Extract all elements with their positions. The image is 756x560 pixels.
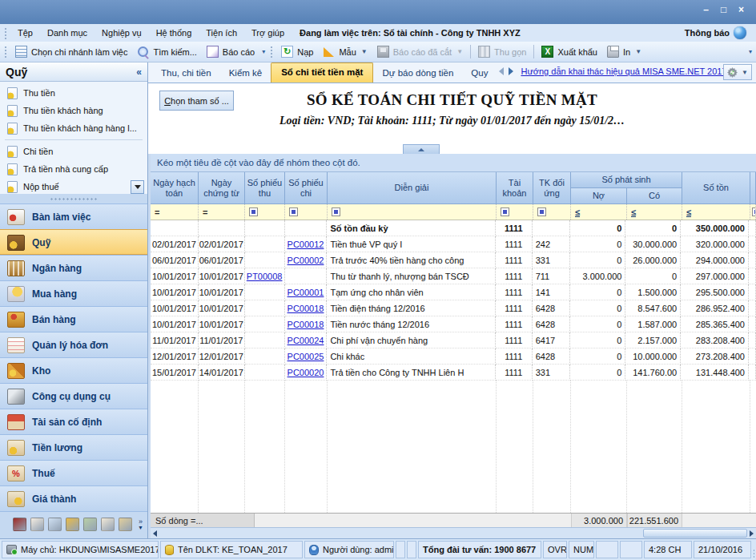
- table-row[interactable]: 12/01/201712/01/2017PC00025Chi khác11116…: [151, 348, 756, 365]
- filter-so_phieu_thu[interactable]: [245, 204, 285, 220]
- maximize-button[interactable]: □: [717, 5, 730, 17]
- tab-kiem-ke[interactable]: Kiểm kê: [220, 64, 271, 83]
- xuat-khau-button[interactable]: XXuất khẩu: [537, 44, 602, 59]
- collapse-header-tab[interactable]: [403, 144, 440, 154]
- column-group-header[interactable]: Số phát sinh: [571, 172, 682, 188]
- mau-button[interactable]: Mẫu▼: [318, 44, 372, 59]
- column-header-clipped[interactable]: [750, 172, 756, 204]
- scroll-right-icon[interactable]: [750, 530, 754, 537]
- plan-icon[interactable]: [119, 518, 132, 531]
- sidebar-item-thue[interactable]: %Thuế: [0, 460, 147, 485]
- shortcut-tra-tien-nha-cung-cap[interactable]: Trả tiền nhà cung cấp: [0, 160, 147, 178]
- shortcut-dropdown-button[interactable]: [131, 180, 144, 194]
- horizontal-scrollbar[interactable]: [151, 527, 756, 538]
- contract-icon[interactable]: [101, 518, 115, 531]
- chon-chi-nhanh-lam-viec-button[interactable]: Chọn chi nhánh làm việc: [10, 44, 132, 59]
- menu-tep[interactable]: Tệp: [10, 26, 40, 40]
- scrollbar-thumb[interactable]: [643, 529, 747, 538]
- sidebar-item-mua-hang[interactable]: Mua hàng: [0, 280, 147, 306]
- filter-dien_giai[interactable]: [328, 204, 497, 220]
- filter-tk_doi_ung[interactable]: [533, 204, 571, 220]
- ledger-icon[interactable]: [13, 518, 26, 531]
- column-header-no[interactable]: Nợ: [571, 188, 627, 204]
- shortcut-thu-tien-khach-hang[interactable]: Thu tiền khách hàng: [0, 102, 147, 119]
- sidebar-item-ban-lam-viec[interactable]: Bàn làm việc: [0, 203, 147, 229]
- toolbar-overflow-icon[interactable]: ▾: [746, 49, 754, 54]
- table-row[interactable]: 10/01/201710/01/2017PC00001Tạm ứng cho n…: [151, 284, 756, 300]
- collapse-panel-icon[interactable]: «: [136, 66, 142, 78]
- sidebar-item-quy[interactable]: Quỹ: [0, 229, 147, 255]
- table-row[interactable]: 10/01/201710/01/2017PC00018Tiền nước thá…: [151, 316, 756, 332]
- voucher-link[interactable]: PC00002: [288, 256, 324, 265]
- filter-co[interactable]: ≤: [627, 204, 682, 220]
- table-row[interactable]: 10/01/201710/01/2017PT00008Thu từ thanh …: [151, 268, 756, 284]
- close-button[interactable]: ×: [734, 5, 748, 17]
- shortcut-nop-thue[interactable]: Nộp thuế: [0, 178, 147, 195]
- voucher-link[interactable]: PC00018: [288, 304, 324, 313]
- voucher-icon[interactable]: [30, 518, 44, 531]
- bao-cao-da-cat-button[interactable]: Báo cáo đã cắt▼: [372, 44, 468, 59]
- tab-quy[interactable]: Quy: [462, 64, 497, 83]
- table-row[interactable]: 06/01/201706/01/2017PC00002Trả trước 40%…: [151, 252, 756, 268]
- table-row[interactable]: 15/01/201714/01/2017PC00020Trả tiền cho …: [151, 365, 756, 381]
- help-link[interactable]: Hướng dẫn khai thác hiệu quả MISA SME.NE…: [521, 66, 723, 76]
- voucher-link[interactable]: PC00024: [288, 336, 324, 345]
- column-header-so_phieu_chi[interactable]: Số phiếu chi: [285, 172, 328, 204]
- filter-tai_khoan[interactable]: [497, 204, 533, 220]
- filter-so_phieu_chi[interactable]: [285, 204, 328, 220]
- thu-gon-button[interactable]: Thu gọn: [473, 44, 531, 59]
- table-row[interactable]: Số tồn đầu kỳ111100350.000.000: [151, 220, 756, 236]
- more-icons-button[interactable]: »▼: [136, 519, 143, 530]
- tab-scroll-right-icon[interactable]: [509, 67, 513, 75]
- register-icon[interactable]: [83, 518, 97, 531]
- voucher-link[interactable]: PC00001: [288, 288, 324, 297]
- filter-ngay_hach_toan[interactable]: =: [151, 204, 199, 220]
- sidebar-item-quan-ly-hoa-don[interactable]: Quản lý hóa đơn: [0, 332, 147, 357]
- column-header-co[interactable]: Có: [627, 188, 682, 204]
- column-header-tai_khoan[interactable]: Tài khoản: [497, 172, 533, 204]
- shortcut-thu-tien-khach-hang-hang-l[interactable]: Thu tiền khách hàng hàng l...: [0, 119, 147, 137]
- voucher-link[interactable]: PC00020: [288, 368, 324, 377]
- column-header-so_phieu_thu[interactable]: Số phiếu thu: [245, 172, 285, 204]
- voucher-link[interactable]: PT00008: [247, 272, 283, 281]
- sidebar-item-ngan-hang[interactable]: Ngân hàng: [0, 255, 147, 280]
- table-row[interactable]: 11/01/201711/01/2017PC00024Chi phí vận c…: [151, 332, 756, 348]
- sidebar-item-cong-cu-dung-cu[interactable]: Công cụ dụng cụ: [0, 383, 147, 409]
- tab-scroll-left-icon[interactable]: [499, 67, 504, 75]
- filter-so_ton[interactable]: ≤: [682, 204, 750, 220]
- column-header-dien_giai[interactable]: Diễn giải: [328, 172, 497, 204]
- group-by-bar[interactable]: Kéo một tiêu đề cột vào đây để nhóm theo…: [151, 154, 756, 172]
- filter-no[interactable]: ≤: [571, 204, 627, 220]
- column-header-ngay_chung_tu[interactable]: Ngày chứng từ: [199, 172, 245, 204]
- menu-tro-giup[interactable]: Trợ giúp: [244, 26, 292, 40]
- shortcut-chi-tien[interactable]: Chi tiền: [0, 143, 147, 160]
- tab-so-chi-tiet-tien-mat[interactable]: Sổ chi tiết tiền mặt: [271, 62, 373, 83]
- tab-thu-chi-tien[interactable]: Thu, chi tiền: [152, 64, 220, 83]
- filter-ngay_chung_tu[interactable]: =: [199, 204, 245, 220]
- table-row[interactable]: 10/01/201710/01/2017PC00018Tiền điện thá…: [151, 300, 756, 316]
- menu-nghiep-vu[interactable]: Nghiệp vụ: [94, 26, 149, 40]
- voucher-link[interactable]: PC00012: [288, 240, 324, 249]
- sidebar-item-ban-hang[interactable]: Bán hàng: [0, 306, 147, 332]
- notification-button[interactable]: Thông báo: [685, 26, 756, 39]
- menu-danh-muc[interactable]: Danh mục: [40, 26, 94, 40]
- tab-du-bao-dong-tien[interactable]: Dự báo dòng tiền: [373, 64, 462, 83]
- in-button[interactable]: In▼: [602, 44, 646, 59]
- schedule-icon[interactable]: [48, 518, 62, 531]
- column-header-tk_doi_ung[interactable]: TK đối ứng: [533, 172, 571, 204]
- column-header-ngay_hach_toan[interactable]: Ngày hạch toán: [151, 172, 199, 204]
- voucher-link[interactable]: PC00018: [288, 320, 324, 329]
- tim-kiem-button[interactable]: Tìm kiếm...: [132, 44, 201, 59]
- table-row[interactable]: 02/01/201702/01/2017PC00012Tiền thuê VP …: [151, 236, 756, 252]
- menu-he-thong[interactable]: Hệ thống: [149, 26, 199, 40]
- shortcut-thu-tien[interactable]: Thu tiền: [0, 84, 147, 102]
- sidebar-item-kho[interactable]: Kho: [0, 357, 147, 383]
- voucher-link[interactable]: PC00025: [288, 352, 324, 361]
- toolbar-overflow-icon[interactable]: ▾: [259, 49, 267, 54]
- resize-grip[interactable]: [753, 549, 754, 558]
- sidebar-item-gia-thanh[interactable]: Giá thành: [0, 485, 147, 511]
- sidebar-item-tien-luong[interactable]: Tiền lương: [0, 434, 147, 460]
- budget-icon[interactable]: [66, 518, 79, 531]
- column-header-so-ton[interactable]: Số tồn: [682, 172, 750, 204]
- settings-button[interactable]: ▼: [723, 64, 752, 80]
